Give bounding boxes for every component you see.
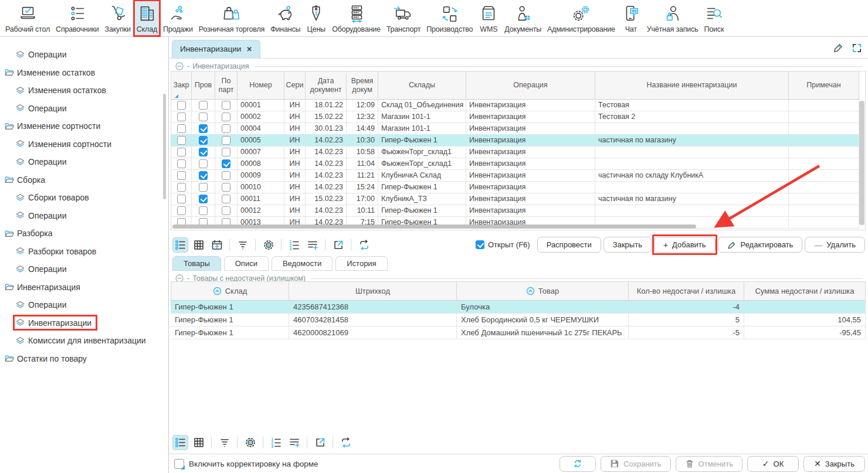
sidebar-item-инвентаризация[interactable]: Инвентаризация [0,278,168,297]
detail-tab-ведомости[interactable]: Ведомости [272,256,333,271]
table-row[interactable]: 00004ИН30.01.2314:49Магазин 101-1Инвента… [171,123,859,135]
by-batch-checkbox[interactable] [222,159,230,168]
by-batch-checkbox[interactable] [222,136,230,145]
tab-inventories[interactable]: Инвентаризации ✕ [172,40,260,58]
table-row[interactable]: 00008ИН14.02.2311:04ФьюженТорг_склад1Инв… [171,158,859,170]
closed-checkbox[interactable] [177,113,186,121]
add-button[interactable]: + Добавить [654,237,716,253]
sidebar-item-изменения-остатков[interactable]: Изменения остатков [0,81,168,100]
vertical-scrollbar[interactable] [859,101,864,225]
gear-icon[interactable] [260,237,276,253]
posted-checkbox[interactable] [199,136,208,145]
by-batch-checkbox[interactable] [222,183,230,192]
column-header-товар[interactable]: Товар [456,282,629,301]
cancel-button[interactable]: Отменить [676,456,742,472]
by-batch-checkbox[interactable] [222,206,230,215]
column-header-сери[interactable]: Сери [284,72,306,100]
sidebar-item-сборки-товаров[interactable]: Сборки товаров [0,189,168,207]
unpost-button[interactable]: Распровести [537,237,601,253]
column-header-закр[interactable]: Закр [171,72,192,100]
edit-button[interactable]: Редактировать [718,237,803,253]
posted-checkbox[interactable] [199,148,208,156]
module-транспорт[interactable]: Транспорт [384,0,423,36]
module-справочники[interactable]: Справочники [53,0,102,36]
sidebar-item-остатки-по-товару[interactable]: Остатки по товару [0,350,168,368]
numbered-list-icon[interactable]: 123 [268,435,284,450]
horizontal-scrollbar[interactable] [172,224,696,229]
by-batch-checkbox[interactable] [222,101,230,110]
view-grid-icon[interactable] [191,435,206,450]
module-розничная-торговля[interactable]: Розничная торговля [196,0,267,36]
table-row[interactable]: 00012ИН14.02.2310:11Гипер-Фьюжен 1Инвент… [171,205,859,217]
filter-icon[interactable] [235,237,250,253]
open-external-icon[interactable] [330,237,346,253]
closed-checkbox[interactable] [177,195,186,203]
filter-icon[interactable] [216,435,232,450]
posted-checkbox[interactable] [199,171,208,180]
enable-correction-checkbox[interactable] [174,459,184,469]
sidebar-item-операции[interactable]: Операции [0,296,168,314]
by-batch-checkbox[interactable] [222,171,230,180]
sidebar-item-разборка[interactable]: Разборка [0,224,168,243]
detail-tab-товары[interactable]: Товары [172,256,221,271]
sidebar-item-операции[interactable]: Операции [0,260,168,278]
column-header-примечан[interactable]: Примечан [789,72,859,100]
module-продажи[interactable]: Продажи [160,0,196,36]
column-header-время-докум[interactable]: Время докум [347,72,378,100]
by-batch-checkbox[interactable] [222,195,230,203]
module-администрирование[interactable]: Администрирование [544,0,618,36]
table-row[interactable]: 00001ИН18.01.2212:09Склад 01_Объединения… [171,100,859,111]
posted-checkbox[interactable] [199,195,208,203]
numbered-list-icon[interactable]: 123 [286,237,302,253]
module-склад[interactable]: Склад [134,0,160,36]
posted-checkbox[interactable] [199,101,208,110]
view-list-icon[interactable] [172,435,188,450]
closed-checkbox[interactable] [177,136,186,145]
open-f6-checkbox[interactable]: Открыт (F6) [476,240,530,249]
module-уч-тная-запись[interactable]: Учётная запись [644,0,701,36]
add-row-icon[interactable] [304,237,320,253]
detail-tab-описи[interactable]: Описи [224,256,269,271]
sidebar-item-комиссии-для-инвентаризации[interactable]: Комиссии для инвентаризации [0,332,168,350]
table-row[interactable]: 00010ИН14.02.2315:24Гипер-Фьюжен 1Инвент… [171,182,859,193]
module-цены[interactable]: $Цены [303,0,329,36]
sidebar-item-изменение-остатков[interactable]: Изменение остатков [0,64,168,82]
sidebar-item-изменения-сортности[interactable]: Изменения сортности [0,135,168,154]
posted-checkbox[interactable] [199,159,208,168]
sidebar-scrollbar[interactable] [163,94,166,199]
column-header-склады[interactable]: Склады [378,72,466,100]
edit-pencil-icon[interactable] [833,42,844,53]
column-header-сумма-недостачи-излишка[interactable]: Сумма недостачи / излишка [744,282,866,301]
refresh-icon[interactable] [338,435,354,450]
closed-checkbox[interactable] [177,148,186,156]
table-row[interactable]: Гипер-Фьюжен 14620000821069Хлеб Домашний… [171,326,866,339]
closed-checkbox[interactable] [177,183,186,192]
expand-fullscreen-icon[interactable] [852,43,862,53]
table-row[interactable]: Гипер-Фьюжен 14235687412368Булочка-4 [171,301,866,314]
closed-checkbox[interactable] [177,124,186,133]
closed-checkbox[interactable] [177,159,186,168]
delete-button[interactable]: — Удалить [805,237,865,253]
module-рабочий-стол[interactable]: Рабочий стол [2,0,53,36]
module-чат[interactable]: Чат [618,0,644,36]
collapse-group-icon[interactable] [175,62,184,71]
closed-checkbox[interactable] [177,206,186,215]
close-document-button[interactable]: Закрыть [603,237,652,253]
column-header-по-парт[interactable]: По парт [215,72,238,100]
add-row-icon[interactable] [286,435,302,450]
calendar-add-icon[interactable] [209,237,225,253]
module-финансы[interactable]: Финансы [267,0,303,36]
table-row[interactable]: 00002ИН15.02.2212:32Магазин 101-1Инвента… [171,111,859,123]
view-list-icon[interactable] [172,237,188,253]
sidebar-item-изменение-сортности[interactable]: Изменение сортности [0,117,168,135]
column-header-номер[interactable]: Номер [238,72,284,100]
sidebar-item-инвентаризации[interactable]: Инвентаризации [0,314,168,332]
tab-close-icon[interactable]: ✕ [246,45,252,53]
view-grid-icon[interactable] [191,237,206,253]
sidebar-item-операции[interactable]: Операции [0,207,168,225]
gear-icon[interactable] [242,435,258,450]
refresh-button[interactable] [560,456,596,472]
save-button[interactable]: Сохранить [601,456,671,472]
module-закупки[interactable]: Закупки [102,0,134,36]
column-header-операция[interactable]: Операция [466,72,595,100]
